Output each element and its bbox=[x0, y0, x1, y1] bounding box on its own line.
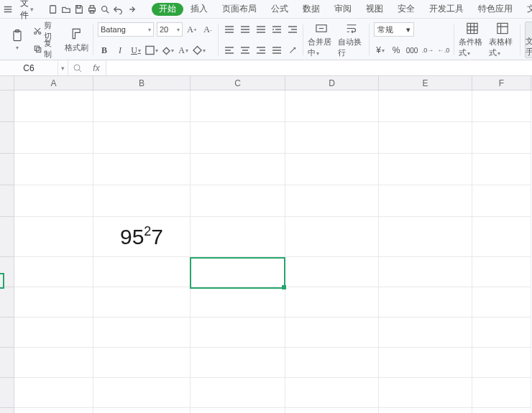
cell[interactable] bbox=[472, 257, 531, 287]
align-right-button[interactable] bbox=[254, 44, 267, 57]
formula-input[interactable] bbox=[106, 60, 532, 75]
cell[interactable] bbox=[472, 185, 531, 217]
cell[interactable] bbox=[472, 317, 531, 348]
tab-dev-tools[interactable]: 开发工具 bbox=[422, 0, 471, 18]
print-icon[interactable] bbox=[87, 4, 97, 15]
tab-doc-helper[interactable]: 文档助手 bbox=[520, 0, 532, 18]
preview-icon[interactable] bbox=[100, 4, 110, 15]
cell[interactable] bbox=[14, 408, 93, 413]
open-icon[interactable] bbox=[61, 4, 71, 15]
cell[interactable] bbox=[379, 185, 472, 217]
cell[interactable] bbox=[472, 287, 531, 317]
tab-insert[interactable]: 插入 bbox=[183, 0, 215, 18]
cell[interactable] bbox=[285, 154, 379, 185]
border-button[interactable]: ▾ bbox=[145, 44, 158, 57]
cell[interactable] bbox=[93, 348, 191, 378]
cell[interactable] bbox=[93, 378, 191, 408]
cell[interactable] bbox=[285, 287, 379, 317]
cell[interactable] bbox=[191, 91, 285, 122]
percent-button[interactable]: % bbox=[390, 44, 403, 57]
save-icon[interactable] bbox=[74, 4, 84, 15]
indent-decrease-button[interactable] bbox=[270, 23, 283, 36]
row-header[interactable] bbox=[0, 122, 14, 154]
increase-decimal-button[interactable]: .0→ bbox=[421, 44, 434, 57]
cell[interactable] bbox=[379, 378, 472, 408]
align-left-button[interactable] bbox=[223, 44, 236, 57]
tab-security[interactable]: 安全 bbox=[390, 0, 422, 18]
menu-icon[interactable] bbox=[3, 4, 13, 15]
underline-button[interactable]: U▾ bbox=[129, 44, 142, 57]
phonetic-button[interactable]: ▾ bbox=[193, 44, 206, 57]
conditional-format-button[interactable]: 条件格式▾ bbox=[459, 22, 486, 58]
col-header-A[interactable]: A bbox=[14, 76, 93, 90]
cell[interactable] bbox=[472, 217, 531, 257]
cell[interactable] bbox=[14, 154, 93, 185]
cell[interactable] bbox=[379, 91, 472, 122]
cell[interactable] bbox=[14, 287, 93, 317]
row-header[interactable] bbox=[0, 317, 14, 348]
undo-icon[interactable] bbox=[113, 4, 123, 15]
copy-button[interactable]: 复制 bbox=[31, 42, 60, 56]
cell[interactable] bbox=[379, 408, 472, 413]
cell[interactable] bbox=[285, 348, 379, 378]
cell[interactable] bbox=[93, 185, 191, 217]
cell[interactable] bbox=[93, 408, 191, 413]
row-header[interactable] bbox=[0, 348, 14, 378]
tab-view[interactable]: 视图 bbox=[359, 0, 390, 18]
cell[interactable] bbox=[379, 122, 472, 154]
cell[interactable] bbox=[285, 217, 379, 257]
name-box[interactable]: C6 ▾ bbox=[0, 60, 68, 75]
font-shrink-button[interactable]: A- bbox=[201, 23, 214, 36]
table-style-button[interactable]: 表格样式▾ bbox=[489, 22, 516, 58]
row-header[interactable] bbox=[0, 408, 14, 413]
cell[interactable] bbox=[14, 122, 93, 154]
cut-button[interactable]: 剪切 bbox=[31, 24, 60, 38]
row-header[interactable] bbox=[0, 185, 14, 217]
tab-data[interactable]: 数据 bbox=[295, 0, 327, 18]
align-middle-button[interactable] bbox=[239, 23, 252, 36]
cell[interactable] bbox=[472, 122, 531, 154]
cell[interactable] bbox=[93, 257, 191, 287]
cell[interactable] bbox=[472, 348, 531, 378]
align-center-button[interactable] bbox=[239, 44, 252, 57]
row-header[interactable] bbox=[0, 154, 14, 185]
cell[interactable] bbox=[285, 122, 379, 154]
redo-icon[interactable] bbox=[126, 4, 136, 15]
cell[interactable] bbox=[472, 378, 531, 408]
fx-cancel-icon[interactable] bbox=[68, 60, 87, 75]
col-header-C[interactable]: C bbox=[191, 76, 285, 90]
cell[interactable] bbox=[285, 317, 379, 348]
col-header-F[interactable]: F bbox=[472, 76, 531, 90]
cell[interactable] bbox=[285, 408, 379, 413]
cell[interactable] bbox=[379, 287, 472, 317]
select-all-corner[interactable] bbox=[0, 76, 14, 90]
cell[interactable] bbox=[191, 154, 285, 185]
align-top-button[interactable] bbox=[223, 23, 236, 36]
cell[interactable] bbox=[14, 317, 93, 348]
wrap-text-button[interactable]: 自动换行 bbox=[338, 22, 365, 58]
new-doc-icon[interactable] bbox=[48, 4, 58, 15]
cell[interactable] bbox=[379, 317, 472, 348]
cell[interactable] bbox=[14, 185, 93, 217]
fx-function-icon[interactable]: fx bbox=[87, 60, 106, 75]
cell[interactable] bbox=[285, 257, 379, 287]
format-painter-button[interactable]: 格式刷 bbox=[65, 22, 89, 58]
cell[interactable] bbox=[14, 348, 93, 378]
cell[interactable] bbox=[14, 257, 93, 287]
col-header-B[interactable]: B bbox=[93, 76, 191, 90]
cell[interactable] bbox=[379, 257, 472, 287]
bold-button[interactable]: B bbox=[98, 44, 111, 57]
cell[interactable] bbox=[93, 317, 191, 348]
fill-color-button[interactable]: ▾ bbox=[161, 44, 174, 57]
cell[interactable] bbox=[93, 287, 191, 317]
col-header-E[interactable]: E bbox=[379, 76, 472, 90]
cell[interactable] bbox=[285, 91, 379, 122]
tab-review[interactable]: 审阅 bbox=[327, 0, 359, 18]
cell-B5[interactable]: 9527 bbox=[93, 217, 191, 257]
number-format-select[interactable]: 常规 ▾ bbox=[374, 22, 414, 37]
tab-page-layout[interactable]: 页面布局 bbox=[215, 0, 264, 18]
cell[interactable] bbox=[14, 378, 93, 408]
font-name-select[interactable]: Batang ▾ bbox=[98, 22, 154, 37]
cell[interactable] bbox=[191, 122, 285, 154]
orientation-button[interactable] bbox=[286, 44, 299, 57]
